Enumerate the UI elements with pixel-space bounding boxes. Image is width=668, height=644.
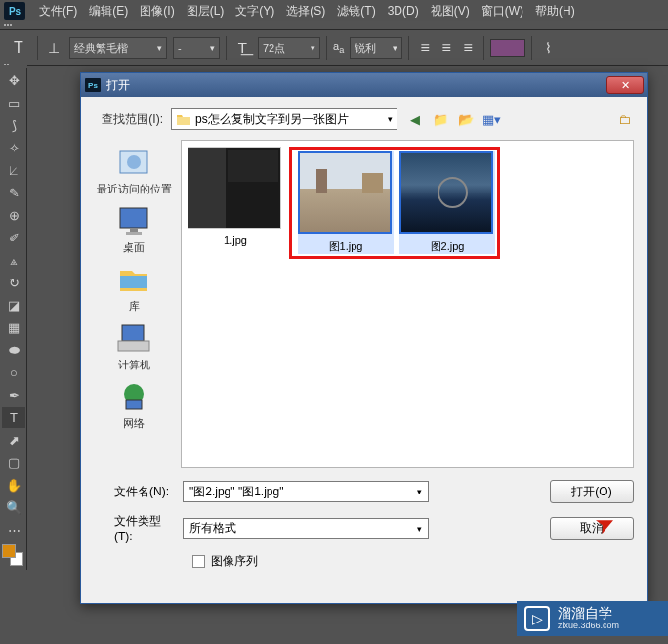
zoom-tool[interactable]: 🔍 [2,496,25,518]
place-desktop[interactable]: 桌面 [116,204,151,255]
eyedrop-tool[interactable]: ✎ [2,182,25,203]
warp-text-icon[interactable]: ⌇ [538,38,558,58]
move-tool[interactable]: ✥ [2,69,25,91]
file-thumb[interactable]: 图1.jpg [298,151,394,254]
filetype-dropdown[interactable]: 所有格式 ▾ [183,518,429,539]
eraser-tool[interactable]: ◪ [2,294,25,316]
chevron-down-icon: ▾ [311,43,315,53]
font-style-dropdown[interactable]: - ▾ [173,37,220,59]
place-library[interactable]: 库 [116,263,151,314]
file-name: 图2.jpg [431,240,465,252]
blur-tool[interactable]: ⬬ [2,339,25,361]
menu-type[interactable]: 文字(Y) [230,3,280,20]
watermark-logo: ▷ [524,606,550,631]
pen-tool[interactable]: ✒ [2,384,25,406]
text-orientation-icon[interactable]: ⊥ [44,38,63,58]
place-network[interactable]: 网络 [116,380,151,431]
chevron-down-icon: ▾ [417,524,422,534]
up-button[interactable]: 📁 [431,109,450,129]
library-icon [116,263,151,296]
aa-label: aa [333,40,344,55]
cancel-button[interactable]: 取消 [550,517,634,540]
font-size-dropdown[interactable]: 72点 ▾ [258,37,320,59]
computer-icon [116,322,151,355]
lasso-tool[interactable]: ⟆ [2,114,25,136]
watermark: ▷ 溜溜自学 zixue.3d66.com [517,601,668,636]
grab-handle [0,21,668,29]
recent-icon [116,146,151,179]
edit-toolbar[interactable]: ⋯ [2,519,25,540]
lookin-dropdown[interactable]: ps怎么复制文字到另一张图片 ▾ [171,108,397,130]
align-center-button[interactable]: ≡ [437,38,456,58]
wand-tool[interactable]: ✧ [2,137,25,158]
stamp-tool[interactable]: ⟁ [2,249,25,271]
checkbox-icon[interactable] [192,555,205,568]
menu-filter[interactable]: 滤镜(T) [331,3,381,20]
menu-window[interactable]: 窗口(W) [476,3,529,20]
aa-dropdown[interactable]: 锐利 ▾ [350,37,402,59]
fg-color-swatch[interactable] [2,544,16,558]
menu-edit[interactable]: 编辑(E) [83,3,134,20]
view-menu-button[interactable]: ▦▾ [481,109,501,129]
menu-view[interactable]: 视图(V) [425,3,476,20]
history-brush-tool[interactable]: ↻ [2,272,25,293]
open-button[interactable]: 打开(O) [550,480,634,503]
lookin-label: 查找范围(I): [95,111,163,128]
place-label: 网络 [123,416,145,431]
menubar: Ps 文件(F) 编辑(E) 图像(I) 图层(L) 文字(Y) 选择(S) 滤… [0,0,668,21]
watermark-sub: zixue.3d66.com [558,622,619,631]
thumbnail-image [298,151,392,234]
dialog-titlebar[interactable]: Ps 打开 ✕ [81,73,647,97]
svg-point-1 [127,155,141,169]
aa-value: 锐利 [355,41,376,56]
image-sequence-check[interactable]: 图像序列 [192,553,634,570]
toolbox: ✥ ▭ ⟆ ✧ ⟀ ✎ ⊕ ✐ ⟁ ↻ ◪ ▦ ⬬ ○ ✒ T ⬈ ▢ ✋ 🔍 … [0,68,27,570]
file-thumb[interactable]: 图2.jpg [399,151,495,254]
filename-input[interactable]: "图2.jpg" "图1.jpg" ▾ [183,481,429,502]
menu-image[interactable]: 图像(I) [134,3,180,20]
place-recent[interactable]: 最近访问的位置 [97,146,172,196]
hand-tool[interactable]: ✋ [2,474,25,495]
marquee-tool[interactable]: ▭ [2,92,25,113]
shape-tool[interactable]: ▢ [2,451,25,473]
menu-select[interactable]: 选择(S) [280,3,331,20]
file-list[interactable]: 1.jpg 图1.jpg 图2.jpg [181,140,634,468]
type-tool[interactable]: T [2,407,25,428]
font-size-value: 72点 [263,41,285,56]
crop-tool[interactable]: ⟀ [2,159,25,181]
path-tool[interactable]: ⬈ [2,429,25,451]
back-button[interactable]: ◀ [405,109,425,129]
chevron-down-icon: ▾ [388,114,393,124]
file-thumb[interactable]: 1.jpg [188,147,283,246]
text-align-group: ≡ ≡ ≡ [415,38,478,58]
bridge-button[interactable]: 🗀 [614,109,634,129]
color-swatches[interactable] [2,544,23,566]
font-style-value: - [178,42,182,54]
filetype-value: 所有格式 [189,520,236,537]
svg-rect-8 [126,400,142,409]
dodge-tool[interactable]: ○ [2,362,25,383]
place-computer[interactable]: 计算机 [116,322,151,372]
watermark-title: 溜溜自学 [558,606,619,621]
place-label: 计算机 [118,358,150,372]
heal-tool[interactable]: ⊕ [2,204,25,226]
close-button[interactable]: ✕ [606,76,644,94]
menu-file[interactable]: 文件(F) [33,3,83,20]
menu-help[interactable]: 帮助(H) [529,3,581,20]
tool-indicator[interactable]: T [6,35,31,61]
menu-3d[interactable]: 3D(D) [382,4,425,18]
gradient-tool[interactable]: ▦ [2,317,25,338]
file-name: 1.jpg [224,235,247,246]
brush-tool[interactable]: ✐ [2,227,25,248]
font-family-dropdown[interactable]: 经典繁毛楷 ▾ [69,37,167,59]
new-folder-button[interactable]: 📂 [456,109,476,129]
ps-logo: Ps [4,2,25,20]
align-right-button[interactable]: ≡ [458,38,478,58]
desktop-icon [116,204,151,237]
place-label: 最近访问的位置 [97,182,172,196]
font-size-icon: T͟ [232,38,252,58]
menu-layer[interactable]: 图层(L) [181,3,230,20]
selection-highlight: 图1.jpg 图2.jpg [289,147,500,259]
align-left-button[interactable]: ≡ [415,38,435,58]
text-color-swatch[interactable] [490,39,525,57]
